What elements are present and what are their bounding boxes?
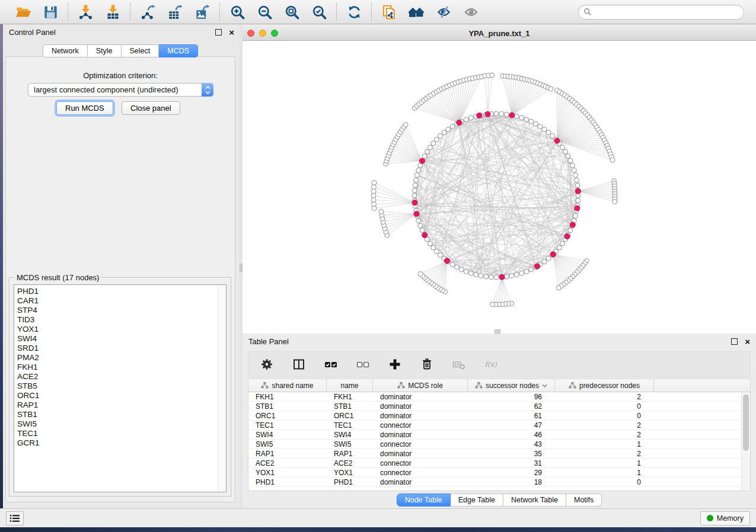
sort-descending-icon: [542, 384, 547, 387]
mcds-result-item[interactable]: TEC1: [14, 429, 226, 438]
column-header-name[interactable]: name: [327, 379, 373, 392]
memory-button[interactable]: Memory: [700, 511, 750, 525]
network-window-titlebar[interactable]: YPA_prune.txt_1: [243, 26, 756, 41]
table-row[interactable]: STB1STB1dominator620: [248, 402, 750, 411]
mcds-result-item[interactable]: STB1: [14, 410, 226, 419]
close-table-panel-icon[interactable]: ×: [745, 338, 750, 345]
table-cell: 31: [468, 459, 555, 467]
mcds-result-item[interactable]: SWI4: [14, 334, 226, 344]
mcds-result-item[interactable]: RAP1: [14, 400, 226, 410]
table-settings-gear-icon[interactable]: [258, 355, 276, 373]
table-cell: SWI4: [327, 431, 373, 439]
network-canvas[interactable]: [243, 41, 756, 333]
export-network-icon[interactable]: [139, 3, 157, 21]
table-scrollbar[interactable]: [741, 392, 750, 491]
zoom-fit-icon[interactable]: [283, 3, 301, 21]
optimization-criterion-select[interactable]: largest connected component (undirected): [28, 83, 213, 97]
tab-edge-table[interactable]: Edge Table: [451, 493, 503, 507]
table-row[interactable]: YOX1YOX1connector291: [248, 468, 750, 477]
table-row[interactable]: SWI4SWI4dominator462: [248, 430, 750, 440]
search-icon: [583, 8, 592, 16]
table-cell: dominator: [373, 450, 468, 458]
show-columns-icon[interactable]: [290, 355, 308, 373]
mcds-result-item[interactable]: SWI5: [14, 419, 226, 429]
float-table-panel-icon[interactable]: [731, 338, 738, 345]
task-history-button[interactable]: [6, 511, 24, 525]
table-cell: SWI5: [327, 440, 373, 448]
table-cell: TEC1: [327, 421, 373, 430]
export-image-icon[interactable]: [193, 3, 211, 21]
mcds-result-item[interactable]: TID3: [14, 315, 226, 325]
clone-network-icon[interactable]: [380, 3, 398, 21]
zoom-selected-icon[interactable]: [310, 3, 328, 21]
float-panel-icon[interactable]: [215, 29, 222, 36]
tab-network[interactable]: Network: [43, 44, 88, 57]
tab-node-table[interactable]: Node Table: [397, 493, 451, 507]
save-session-icon[interactable]: [42, 3, 59, 21]
mcds-result-list[interactable]: PHD1CAR1STP4TID3YOX1SWI4SRD1PMA2FKH1ACE2…: [14, 284, 227, 492]
table-cell: dominator: [373, 393, 468, 401]
table-row[interactable]: PHD1PHD1dominator180: [248, 477, 750, 487]
delete-column-icon[interactable]: [418, 355, 436, 373]
column-header-predecessor-nodes[interactable]: predecessor nodes: [555, 379, 654, 392]
table-cell: 2: [555, 421, 654, 430]
mcds-result-item[interactable]: GCR1: [14, 438, 226, 448]
table-cell: 0: [555, 402, 654, 411]
mcds-result-item[interactable]: CAR1: [14, 296, 226, 306]
table-row[interactable]: ACE2ACE2connector311: [248, 459, 750, 468]
hide-graphics-icon[interactable]: [435, 3, 452, 21]
tab-style[interactable]: Style: [88, 44, 122, 57]
home-icon[interactable]: [407, 3, 425, 21]
tab-motifs[interactable]: Motifs: [566, 493, 602, 507]
table-row[interactable]: RAP1RAP1dominator352: [248, 449, 750, 459]
tab-select[interactable]: Select: [122, 44, 160, 57]
table-row[interactable]: ORC1ORC1dominator610: [248, 411, 750, 421]
run-mcds-button[interactable]: Run MCDS: [56, 101, 113, 115]
mcds-result-item[interactable]: STB5: [14, 382, 226, 391]
search-input[interactable]: [595, 8, 739, 16]
import-table-icon[interactable]: [104, 3, 122, 21]
table-cell: 29: [468, 469, 555, 477]
table-cell: YOX1: [248, 469, 327, 477]
horizontal-splitter-handle[interactable]: [495, 329, 500, 334]
tab-network-table[interactable]: Network Table: [503, 493, 566, 507]
table-row[interactable]: TEC1TEC1connector472: [248, 421, 750, 430]
search-field[interactable]: [578, 5, 744, 20]
tab-mcds[interactable]: MCDS: [159, 44, 198, 57]
zoom-in-icon[interactable]: [228, 3, 246, 21]
mcds-result-item[interactable]: PHD1: [14, 287, 226, 296]
column-header-mcds-role[interactable]: MCDS role: [373, 379, 468, 392]
selected-criterion: largest connected component (undirected): [28, 85, 202, 94]
mcds-result-item[interactable]: YOX1: [14, 325, 226, 334]
close-panel-button[interactable]: Close panel: [122, 101, 180, 115]
column-header-successor-nodes[interactable]: successor nodes: [468, 379, 555, 392]
mcds-result-item[interactable]: PMA2: [14, 353, 226, 363]
tree-icon: [475, 382, 483, 389]
table-row[interactable]: SWI5SWI5connector431: [248, 440, 750, 449]
add-column-icon[interactable]: [386, 355, 404, 373]
deselect-all-icon[interactable]: [354, 355, 372, 373]
select-stepper-icon: [202, 83, 213, 97]
zoom-out-icon[interactable]: [256, 3, 273, 21]
mcds-result-item[interactable]: FKH1: [14, 363, 226, 372]
table-cell: RAP1: [248, 450, 327, 458]
select-all-icon[interactable]: [322, 355, 340, 373]
mcds-result-item[interactable]: ACE2: [14, 372, 226, 382]
mcds-list-scrollbar[interactable]: [218, 285, 226, 492]
show-graphics-icon: [462, 3, 480, 21]
table-scrollbar-thumb[interactable]: [743, 395, 749, 451]
mcds-result-item[interactable]: SRD1: [14, 344, 226, 353]
table-cell: dominator: [373, 412, 468, 420]
table-cell: connector: [373, 440, 468, 448]
refresh-icon[interactable]: [345, 3, 363, 21]
column-header-shared-name[interactable]: shared name: [248, 379, 327, 392]
mcds-result-item[interactable]: STP4: [14, 306, 226, 315]
table-panel-title: Table Panel: [248, 337, 289, 346]
table-cell: 18: [468, 478, 555, 486]
open-file-icon[interactable]: [14, 3, 32, 21]
close-panel-icon[interactable]: ×: [229, 29, 234, 36]
import-network-icon[interactable]: [76, 3, 94, 21]
table-row[interactable]: FKH1FKH1dominator962: [248, 392, 750, 402]
mcds-result-item[interactable]: ORC1: [14, 391, 226, 400]
export-table-icon[interactable]: [166, 3, 184, 21]
